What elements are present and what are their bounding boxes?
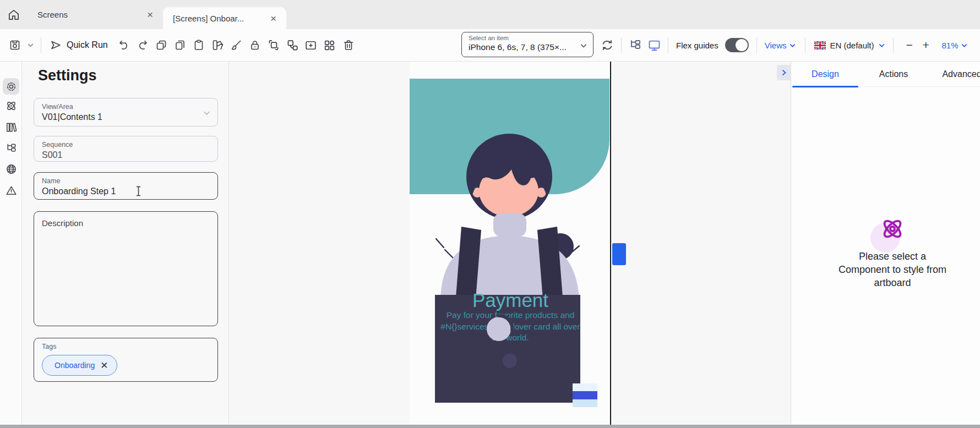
home-icon [7, 8, 21, 22]
inspector-panel: Design Actions Advanced Please select a … [791, 62, 980, 425]
flex-guides-toggle[interactable] [725, 38, 749, 52]
duplicate-button[interactable] [152, 36, 171, 54]
chevron-down-icon [878, 42, 885, 49]
panel-collapse-button[interactable] [777, 65, 791, 80]
tab-screens[interactable]: Screens × [28, 0, 163, 29]
language-label: EN (default) [830, 41, 874, 50]
empty-state-line2: Component to style from [815, 263, 970, 276]
device-select[interactable]: Select an item iPhone 6, 6s, 7, 8 (375×.… [461, 32, 594, 57]
monitor-icon [647, 38, 662, 53]
undo-icon [117, 39, 130, 52]
divider [41, 37, 41, 53]
artboard[interactable]: Payment Pay for your favorite products a… [410, 62, 611, 425]
tab-advanced-label: Advanced [942, 69, 980, 79]
paste-button[interactable] [189, 36, 208, 54]
save-icon [8, 39, 21, 52]
save-button[interactable] [6, 36, 24, 54]
settings-panel: Settings View/Area V01|Contents 1 Sequen… [23, 62, 229, 425]
sidebar-item-components[interactable] [3, 97, 19, 114]
trash-icon [342, 39, 355, 52]
quick-run-button[interactable]: Quick Run [46, 35, 115, 55]
description-label: Description [42, 218, 210, 228]
brush-icon [230, 39, 243, 52]
hierarchy-icon [5, 142, 18, 155]
tab-design[interactable]: Design [791, 62, 859, 87]
sidebar-item-settings[interactable] [3, 78, 19, 95]
artboard-resize-handle[interactable] [612, 243, 626, 265]
copy-button[interactable] [171, 36, 189, 54]
lock-icon [248, 39, 262, 52]
run-icon [49, 39, 62, 52]
sync-icon [600, 38, 614, 52]
toggle-knob [736, 39, 748, 51]
sidebar-item-globe[interactable] [3, 161, 19, 177]
empty-state: Please select a Component to style from … [815, 216, 970, 289]
chevron-down-icon [203, 109, 211, 117]
tab-advanced[interactable]: Advanced [928, 62, 980, 87]
views-dropdown[interactable]: Views [765, 41, 797, 50]
empty-state-line1: Please select a [815, 250, 970, 263]
view-area-label: View/Area [42, 103, 210, 111]
empty-state-line3: artboard [815, 276, 970, 289]
chevron-down-icon [27, 42, 34, 49]
sidebar-item-structure[interactable] [3, 140, 19, 156]
tags-field[interactable]: Tags Onboarding ✕ [34, 338, 218, 382]
zoom-level-dropdown[interactable]: 81% [942, 41, 968, 50]
tab-actions[interactable]: Actions [859, 62, 928, 87]
description-field[interactable]: Description [34, 211, 218, 326]
duplicate-icon [155, 39, 168, 52]
inspector-tabs: Design Actions Advanced [791, 62, 980, 87]
redo-button[interactable] [133, 36, 152, 54]
books-icon [5, 121, 18, 134]
tab-actions-label: Actions [879, 69, 908, 79]
copy-icon [173, 39, 187, 52]
brush-button[interactable] [227, 36, 246, 54]
divider [621, 37, 622, 53]
sidebar-item-library[interactable] [3, 119, 19, 135]
undo-button[interactable] [115, 36, 133, 54]
gear-icon [5, 80, 18, 93]
group-icon [266, 38, 281, 52]
artboard-body-line1: Pay for your favorite products and [447, 310, 575, 320]
sequence-label: Sequence [42, 141, 210, 149]
name-label: Name [42, 177, 210, 185]
canvas[interactable]: Payment Pay for your favorite products a… [230, 62, 791, 425]
home-button[interactable] [0, 0, 28, 29]
components-button[interactable] [320, 36, 339, 54]
view-area-select[interactable]: View/Area V01|Contents 1 [34, 98, 218, 127]
preview-button[interactable] [645, 36, 663, 54]
sequence-field[interactable]: Sequence S001 [34, 136, 218, 162]
group-button[interactable] [264, 36, 283, 54]
sync-button[interactable] [598, 36, 617, 54]
sidebar-item-warnings[interactable] [3, 182, 19, 199]
chevron-right-icon [781, 69, 787, 76]
name-value: Onboarding Step 1 [42, 186, 210, 196]
delete-button[interactable] [339, 36, 358, 54]
tab-screens-onboarding[interactable]: [Screens] Onboar... × [163, 7, 286, 29]
zoom-in-button[interactable]: + [918, 39, 934, 52]
divider [893, 37, 894, 53]
name-field[interactable]: Name Onboarding Step 1 [34, 172, 218, 200]
chevron-down-icon [961, 42, 968, 49]
settings-title: Settings [38, 67, 97, 84]
left-sidebar [0, 62, 22, 425]
chevron-down-icon [789, 42, 796, 49]
styles-button[interactable] [208, 36, 227, 54]
close-icon[interactable]: × [270, 13, 276, 24]
divider [805, 37, 805, 53]
language-dropdown[interactable]: EN (default) [814, 41, 885, 50]
zoom-out-button[interactable]: − [901, 39, 918, 52]
save-options-button[interactable] [24, 36, 36, 54]
sequence-value: S001 [42, 150, 210, 160]
remove-tag-icon[interactable]: ✕ [100, 361, 108, 370]
lock-button[interactable] [246, 36, 264, 54]
close-icon[interactable]: × [147, 9, 153, 20]
add-folder-button[interactable] [302, 36, 320, 54]
atom-icon [879, 216, 906, 242]
app-window: Screens × [Screens] Onboar... × Quick Ru… [0, 0, 980, 428]
horizontal-scrollbar[interactable] [0, 425, 980, 428]
flex-guides-label: Flex guides [676, 41, 718, 50]
layers-tree-button[interactable] [626, 36, 645, 54]
tag-chip-onboarding[interactable]: Onboarding ✕ [42, 355, 117, 376]
detach-button[interactable] [283, 36, 302, 54]
